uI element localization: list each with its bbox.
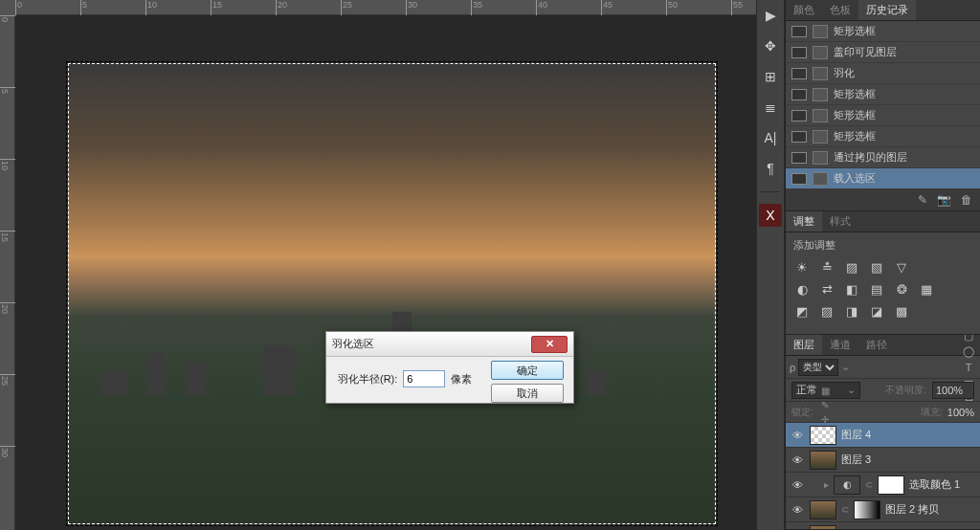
history-item[interactable]: 矩形选框 bbox=[786, 21, 980, 42]
tool-icon-5[interactable]: ¶ bbox=[759, 157, 782, 180]
history-item[interactable]: 通过拷贝的图层 bbox=[786, 147, 980, 168]
history-item[interactable]: 羽化 bbox=[786, 63, 980, 84]
layer-name: 图层 2 bbox=[841, 527, 871, 529]
tab-路径[interactable]: 路径 bbox=[858, 335, 895, 355]
toolstrip: ▶✥⊞≣A|¶X bbox=[756, 0, 785, 530]
tool-icon-4[interactable]: A| bbox=[759, 126, 782, 149]
adjustment-icon[interactable]: ◧ bbox=[843, 280, 860, 298]
document-image[interactable] bbox=[68, 63, 716, 524]
tool-icon-0[interactable]: ▶ bbox=[759, 4, 782, 27]
tab-图层[interactable]: 图层 bbox=[786, 335, 822, 355]
tab-颜色[interactable]: 颜色 bbox=[786, 0, 822, 20]
adjustment-icon[interactable]: ◐ bbox=[793, 280, 811, 298]
history-thumb bbox=[791, 26, 807, 37]
history-thumb bbox=[791, 152, 807, 164]
history-item[interactable]: 载入选区 bbox=[786, 168, 980, 189]
tool-icon-1[interactable]: ✥ bbox=[759, 34, 782, 57]
fill-input[interactable]: 100% bbox=[947, 407, 974, 418]
layer-row[interactable]: 👁图层 3 bbox=[786, 448, 980, 473]
unit-label: 像素 bbox=[451, 372, 472, 386]
history-step-icon bbox=[813, 67, 828, 80]
tool-icon-3[interactable]: ≣ bbox=[759, 96, 782, 119]
history-item[interactable]: 矩形选框 bbox=[786, 126, 980, 147]
visibility-icon[interactable]: 👁 bbox=[790, 453, 805, 468]
adjustment-icon[interactable]: ▦ bbox=[918, 280, 935, 298]
filter-type-icon[interactable]: ◯ bbox=[961, 344, 976, 360]
adjustment-icon[interactable]: ◨ bbox=[843, 302, 860, 320]
history-list: 矩形选框盖印可见图层羽化矩形选框矩形选框矩形选框通过拷贝的图层载入选区 bbox=[786, 21, 980, 189]
adjustment-icon[interactable]: ▤ bbox=[868, 280, 885, 298]
mask-link-icon: ⊂ bbox=[841, 504, 849, 515]
snapshot-icon[interactable]: ✎ bbox=[918, 193, 927, 207]
history-step-icon bbox=[813, 25, 828, 38]
history-step-label: 矩形选框 bbox=[834, 24, 876, 38]
layer-name: 图层 3 bbox=[841, 453, 871, 467]
filter-type-icon[interactable]: ▢ bbox=[961, 335, 976, 344]
layer-thumb bbox=[810, 451, 836, 470]
blend-row: 正常⌄ 不透明度: 100% bbox=[786, 379, 980, 402]
lock-icon[interactable]: ✎ bbox=[818, 398, 833, 412]
close-icon[interactable]: ✕ bbox=[531, 336, 568, 353]
tab-调整[interactable]: 调整 bbox=[786, 211, 822, 232]
layer-name: 图层 2 拷贝 bbox=[885, 502, 939, 517]
visibility-icon[interactable]: 👁 bbox=[790, 428, 805, 443]
layers-panel: 图层通道路径 ρ 类型 ⌄ ▢◯T▭⊡ 正常⌄ 不透明度: 100% 锁定: ▦… bbox=[786, 335, 980, 530]
adjustment-icon[interactable]: ❂ bbox=[893, 280, 910, 298]
ruler-vertical: 051015202530 bbox=[0, 15, 15, 530]
opacity-input[interactable]: 100% bbox=[932, 382, 974, 399]
adjustment-icon[interactable]: ▩ bbox=[893, 302, 910, 320]
layer-row[interactable]: 👁⊂图层 2 拷贝 bbox=[786, 497, 980, 522]
history-item[interactable]: 矩形选框 bbox=[786, 84, 980, 105]
extension-x-icon[interactable]: X bbox=[759, 204, 782, 227]
adjustment-icon[interactable]: ▧ bbox=[868, 258, 885, 276]
filter-type-select[interactable]: 类型 bbox=[798, 359, 838, 376]
adjustment-icon[interactable]: ◩ bbox=[793, 302, 811, 320]
adjustment-icon[interactable]: ⇄ bbox=[818, 280, 835, 298]
adjustment-icon[interactable]: ▨ bbox=[818, 302, 835, 320]
history-step-label: 通过拷贝的图层 bbox=[834, 150, 907, 165]
ok-button[interactable]: 确定 bbox=[491, 361, 564, 380]
adjustment-icon[interactable]: ☀ bbox=[793, 258, 811, 276]
visibility-icon[interactable]: 👁 bbox=[790, 527, 805, 530]
layers-tabs: 图层通道路径 bbox=[786, 335, 980, 356]
layer-thumb bbox=[810, 525, 836, 530]
history-thumb bbox=[791, 110, 807, 121]
history-buttons: ✎📷🗑 bbox=[786, 189, 980, 210]
dialog-titlebar[interactable]: 羽化选区 ✕ bbox=[326, 332, 573, 357]
history-step-label: 羽化 bbox=[834, 66, 855, 80]
tab-色板[interactable]: 色板 bbox=[822, 0, 858, 20]
layer-row[interactable]: 👁▸◐⊂选取颜色 1 bbox=[786, 473, 980, 497]
tab-通道[interactable]: 通道 bbox=[822, 335, 858, 355]
history-step-icon bbox=[813, 151, 828, 165]
adjustment-icon[interactable]: ≛ bbox=[818, 258, 835, 276]
history-tabs: 颜色色板历史记录 bbox=[786, 0, 980, 21]
trash-icon[interactable]: 🗑 bbox=[961, 193, 972, 207]
history-item[interactable]: 矩形选框 bbox=[786, 105, 980, 126]
mask-link-icon: ⊂ bbox=[865, 479, 873, 490]
feather-radius-input[interactable] bbox=[403, 370, 445, 387]
filter-type-icon[interactable]: T bbox=[961, 360, 976, 375]
history-item[interactable]: 盖印可见图层 bbox=[786, 42, 980, 63]
tab-历史记录[interactable]: 历史记录 bbox=[858, 0, 916, 20]
opacity-label: 不透明度: bbox=[885, 384, 926, 397]
adj-row-2: ◐⇄◧▤❂▦ bbox=[793, 280, 972, 298]
canvas-area[interactable] bbox=[15, 15, 756, 530]
camera-icon[interactable]: 📷 bbox=[937, 193, 951, 207]
adjustment-icon[interactable]: ▨ bbox=[843, 258, 860, 276]
add-adjustment-label: 添加调整 bbox=[793, 238, 972, 253]
history-thumb bbox=[791, 47, 807, 58]
cancel-button[interactable]: 取消 bbox=[491, 384, 564, 403]
link-icon: ▸ bbox=[824, 479, 829, 490]
adjustment-icon[interactable]: ▽ bbox=[893, 258, 910, 276]
visibility-icon[interactable]: 👁 bbox=[790, 477, 805, 493]
lock-icon[interactable]: ▦ bbox=[818, 384, 833, 398]
history-step-label: 矩形选框 bbox=[834, 108, 876, 122]
tab-样式[interactable]: 样式 bbox=[822, 211, 858, 232]
adjustment-icon[interactable]: ◪ bbox=[868, 302, 885, 320]
visibility-icon[interactable]: 👁 bbox=[790, 502, 805, 518]
right-panels: 颜色色板历史记录 矩形选框盖印可见图层羽化矩形选框矩形选框矩形选框通过拷贝的图层… bbox=[785, 0, 980, 530]
tool-icon-2[interactable]: ⊞ bbox=[759, 65, 782, 88]
layer-row[interactable]: 👁图层 4 bbox=[786, 423, 980, 448]
fill-label: 填充: bbox=[921, 406, 943, 419]
layer-row[interactable]: 👁图层 2 bbox=[786, 522, 980, 529]
